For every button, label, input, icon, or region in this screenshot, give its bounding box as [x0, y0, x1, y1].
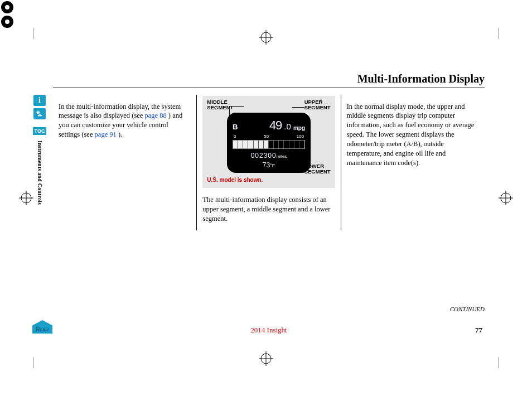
scale-0: 0: [234, 134, 236, 140]
home-label: Home: [36, 326, 49, 332]
info-icon[interactable]: i: [33, 95, 46, 106]
mpg-unit: mpg: [293, 124, 305, 132]
svg-point-1: [5, 5, 9, 9]
mid-device: B 49.0 mpg 0 50 100 002300miles 73°F: [227, 113, 311, 173]
scale-100: 100: [297, 134, 304, 140]
crop-mark-tr: [499, 28, 515, 45]
mid-scale: 0 50 100: [234, 134, 304, 140]
registration-mark-right: [497, 190, 514, 206]
column-3: In the normal display mode, the upper an…: [341, 95, 485, 230]
col1-paragraph: In the multi-information display, the sy…: [59, 102, 191, 140]
sidebar: i ⛍ TOC Instruments and Controls: [32, 95, 47, 205]
mid-upper-row: B 49.0 mpg: [233, 117, 305, 134]
registration-mark-top: [258, 29, 274, 46]
mpg-decimal: .0: [284, 121, 291, 132]
crop-mark-bl: [17, 351, 33, 368]
continued-label: CONTINUED: [450, 306, 485, 312]
registration-mark-br: [0, 15, 14, 29]
page-link-91[interactable]: page 91: [95, 131, 117, 138]
home-button[interactable]: Home: [32, 320, 52, 334]
col3-body: In the normal display mode, the upper an…: [347, 102, 479, 168]
leader-line: [292, 107, 304, 108]
mid-bar-gauge: [233, 140, 305, 149]
column-2: MIDDLE SEGMENT UPPER SEGMENT LOWER SEGME…: [196, 95, 340, 230]
mpg-integer: 49: [269, 117, 282, 134]
illustration: MIDDLE SEGMENT UPPER SEGMENT LOWER SEGME…: [202, 96, 335, 188]
temperature: 73°F: [233, 161, 305, 170]
section-label: Instruments and Controls: [36, 141, 43, 205]
registration-mark-bottom: [258, 350, 274, 367]
crop-mark-br: [499, 351, 515, 368]
registration-mark-tl: [0, 0, 14, 15]
leader-line: [233, 106, 244, 107]
column-1: i ⛍ TOC Instruments and Controls In the …: [53, 95, 196, 230]
footer-page-number: 77: [475, 326, 482, 335]
car-icon[interactable]: ⛍: [33, 108, 46, 119]
trip-letter: B: [233, 122, 238, 132]
page-content: Multi-Information Display i ⛍ TOC Instru…: [53, 73, 485, 340]
crop-mark-tl: [17, 28, 33, 45]
page-link-88[interactable]: page 88: [144, 112, 166, 119]
page-title: Multi-Information Display: [53, 73, 485, 88]
label-upper-segment: UPPER SEGMENT: [304, 99, 331, 110]
columns: i ⛍ TOC Instruments and Controls In the …: [53, 95, 485, 230]
svg-point-3: [5, 20, 9, 24]
toc-button[interactable]: TOC: [33, 127, 46, 135]
footer-model: 2014 Insight: [250, 326, 287, 335]
col2-caption: The multi-information display consists o…: [202, 195, 335, 224]
scale-50: 50: [264, 134, 269, 140]
illustration-note: U.S. model is shown.: [207, 176, 330, 184]
odometer: 002300miles: [233, 151, 305, 160]
